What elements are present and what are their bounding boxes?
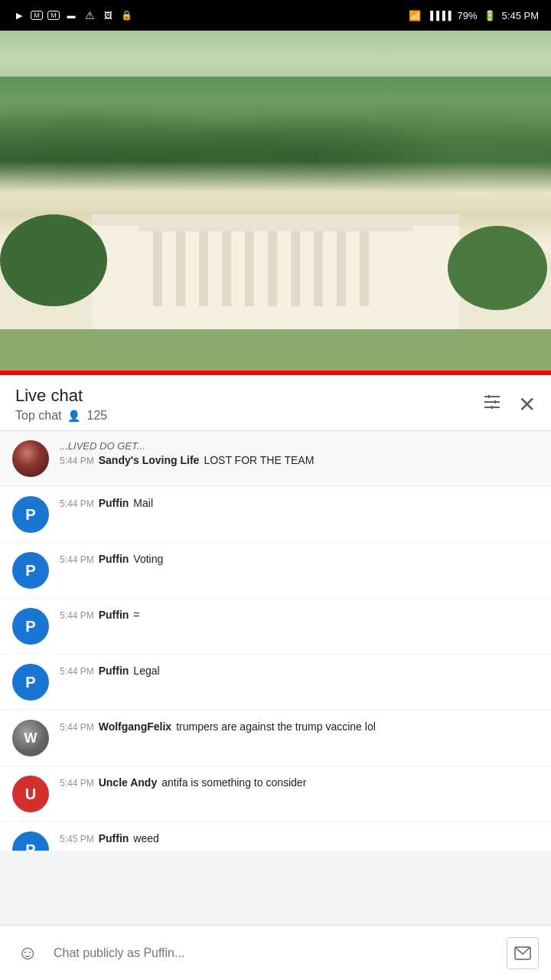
message-text: trumpers are against the trump vaccine l…	[176, 720, 376, 735]
signal-icon: ▐▐▐▐	[427, 11, 451, 20]
message-time: 5:44 PM	[60, 722, 94, 733]
notification-icon-2: M	[47, 11, 60, 20]
message-text: antifa is something to consider	[161, 776, 306, 791]
message-text: Mail	[133, 496, 153, 511]
header-actions: ✕	[481, 391, 536, 417]
message-content: ...LIVED DO GET... 5:44 PM Sandy's Lovin…	[60, 440, 539, 469]
white-house-svg	[0, 161, 551, 375]
message-username: Puffin	[99, 553, 129, 565]
filter-icon-svg	[481, 391, 503, 413]
chat-message-row: W 5:44 PM WolfgangFelix trumpers are aga…	[0, 710, 551, 766]
chat-message-row: P 5:44 PM Puffin =	[0, 599, 551, 655]
svg-point-16	[0, 214, 107, 306]
message-time: 5:44 PM	[60, 498, 94, 509]
chat-message-row: ...LIVED DO GET... 5:44 PM Sandy's Lovin…	[0, 431, 551, 487]
status-icons-left: ▶ M M ▬ ⚠ 🖼 🔒	[12, 10, 133, 21]
message-username: Puffin	[99, 497, 129, 509]
filter-button[interactable]	[481, 391, 503, 417]
youtube-icon: ▶	[12, 10, 26, 21]
message-text: Legal	[133, 664, 159, 679]
message-content: 5:44 PM Uncle Andy antifa is something t…	[60, 776, 539, 791]
video-building	[0, 161, 551, 375]
message-username: WolfgangFelix	[99, 720, 171, 733]
svg-rect-5	[199, 230, 208, 306]
avatar: P	[12, 831, 49, 851]
message-inline: 5:44 PM Puffin =	[60, 608, 539, 623]
chat-message-row: P 5:45 PM Puffin weed	[0, 822, 551, 851]
message-text: Voting	[133, 552, 163, 567]
message-inline: 5:44 PM Sandy's Loving Life LOST FOR THE…	[60, 453, 539, 469]
message-inline: 5:44 PM Puffin Mail	[60, 496, 539, 511]
chat-message-row: U 5:44 PM Uncle Andy antifa is something…	[0, 766, 551, 822]
message-inline: 5:44 PM Uncle Andy antifa is something t…	[60, 776, 539, 791]
status-bar: ▶ M M ▬ ⚠ 🖼 🔒 📶 ▐▐▐▐ 79% 🔋 5:45 PM	[0, 0, 551, 31]
message-username: Puffin	[99, 665, 129, 677]
svg-rect-9	[291, 230, 300, 306]
battery-icon: 🔋	[484, 10, 496, 21]
svg-rect-13	[138, 224, 413, 231]
avatar: P	[12, 496, 49, 533]
send-button[interactable]	[507, 937, 539, 969]
live-chat-title: Live chat	[15, 386, 107, 406]
avatar	[12, 440, 49, 477]
message-time: 5:45 PM	[60, 834, 94, 844]
message-inline: 5:44 PM WolfgangFelix trumpers are again…	[60, 720, 539, 735]
message-content: 5:44 PM Puffin Legal	[60, 664, 539, 679]
message-content: 5:45 PM Puffin weed	[60, 831, 539, 847]
svg-rect-12	[360, 230, 369, 306]
message-username: Puffin	[99, 609, 129, 621]
time-display: 5:45 PM	[502, 10, 539, 21]
chat-input-bar: ☺	[0, 925, 551, 980]
chat-input[interactable]	[54, 946, 496, 960]
avatar: P	[12, 664, 49, 701]
viewers-icon: 👤	[67, 410, 80, 422]
message-content: 5:44 PM Puffin =	[60, 608, 539, 623]
top-chat-label: Top chat	[15, 409, 61, 423]
wifi-icon: 📶	[409, 10, 421, 21]
svg-rect-10	[314, 230, 323, 306]
status-icons-right: 📶 ▐▐▐▐ 79% 🔋 5:45 PM	[409, 10, 539, 21]
message-text: weed	[133, 831, 158, 847]
lock-icon: 🔒	[119, 10, 133, 21]
message-text: LOST FOR THE TEAM	[204, 453, 314, 469]
svg-rect-6	[222, 230, 231, 306]
message-content: 5:44 PM WolfgangFelix trumpers are again…	[60, 720, 539, 735]
message-time: 5:44 PM	[60, 610, 94, 621]
avatar: P	[12, 608, 49, 645]
emoji-button[interactable]: ☺	[12, 938, 43, 969]
message-inline: 5:45 PM Puffin weed	[60, 831, 539, 847]
message-username: Puffin	[99, 832, 129, 844]
message-time: 5:44 PM	[60, 554, 94, 565]
avatar: U	[12, 776, 49, 812]
live-chat-header: Live chat Top chat 👤 125 ✕	[0, 375, 551, 431]
avatar: W	[12, 720, 49, 756]
svg-rect-4	[176, 230, 185, 306]
avatar: P	[12, 552, 49, 589]
chat-messages-container: ...LIVED DO GET... 5:44 PM Sandy's Lovin…	[0, 431, 551, 851]
message-content: 5:44 PM Puffin Mail	[60, 496, 539, 511]
send-icon	[514, 944, 532, 962]
chat-message-row: P 5:44 PM Puffin Mail	[0, 487, 551, 543]
top-chat-row: Top chat 👤 125	[15, 409, 107, 423]
image-icon: 🖼	[101, 10, 115, 21]
message-username: Sandy's Loving Life	[99, 454, 200, 466]
alert-icon: ⚠	[83, 10, 96, 21]
video-player[interactable]	[0, 31, 551, 375]
battery-percent: 79%	[458, 10, 478, 21]
chat-message-row: P 5:44 PM Puffin Voting	[0, 543, 551, 599]
message-time: 5:44 PM	[60, 666, 94, 677]
message-username: Uncle Andy	[99, 776, 158, 789]
viewers-count: 125	[86, 409, 107, 423]
live-chat-header-left: Live chat Top chat 👤 125	[15, 386, 107, 423]
message-content: 5:44 PM Puffin Voting	[60, 552, 539, 567]
message-time: 5:44 PM	[60, 456, 94, 466]
message-inline: 5:44 PM Puffin Voting	[60, 552, 539, 567]
progress-bar	[0, 371, 551, 375]
svg-point-17	[448, 226, 547, 310]
message-inline: 5:44 PM Puffin Legal	[60, 664, 539, 679]
message-text: =	[133, 608, 139, 623]
file-icon: ▬	[64, 10, 78, 21]
close-button[interactable]: ✕	[518, 392, 536, 417]
svg-rect-8	[268, 230, 277, 306]
svg-rect-7	[245, 230, 254, 306]
